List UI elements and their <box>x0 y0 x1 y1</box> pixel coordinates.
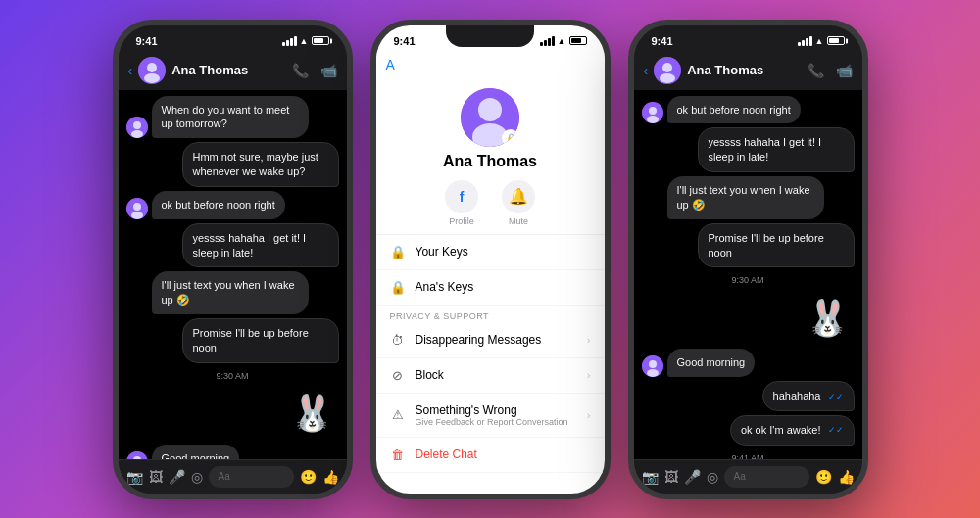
avatar-tiny <box>642 102 663 123</box>
anas-keys-label: Ana's Keys <box>416 280 591 294</box>
profile-content: 🔒 Ana Thomas f Profile 🔔 Mute <box>376 78 605 235</box>
svg-point-22 <box>649 360 657 368</box>
msg-row: When do you want to meet up tomorrow? <box>126 96 339 139</box>
activity-icon-right[interactable]: ◎ <box>707 469 718 485</box>
profile-view: A 🔒 Ana Thomas f Profile 🔔 Mu <box>376 53 605 494</box>
sticker-row: 🐰 <box>126 387 339 441</box>
video-icon-left[interactable]: 📹 <box>320 63 337 78</box>
chevron-icon-3: › <box>587 409 591 421</box>
back-button-right[interactable]: ‹ <box>644 63 649 78</box>
message-input-right[interactable]: Aa <box>724 466 809 488</box>
msg-row: I'll just text you when I wake up 🤣 <box>126 271 339 314</box>
sticker-row-right: 🐰 <box>642 291 855 345</box>
camera-icon-right[interactable]: 📷 <box>642 469 659 485</box>
avatar-lg: 🔒 <box>461 88 519 147</box>
msg-row: hahahaha ✓✓ <box>642 381 855 411</box>
msg-row: Good morning <box>642 349 855 377</box>
back-button-left[interactable]: ‹ <box>128 63 133 78</box>
privacy-section-label: PRIVACY & SUPPORT <box>376 306 605 323</box>
bubble: yessss hahaha I get it! I sleep in late! <box>698 127 855 172</box>
your-keys-item[interactable]: 🔒 Your Keys <box>376 235 605 270</box>
notch-right <box>704 25 792 47</box>
somethings-wrong-item[interactable]: ⚠ Something's Wrong Give Feedback or Rep… <box>376 394 605 438</box>
avatar-right <box>654 57 681 84</box>
disappearing-content: Disappearing Messages <box>416 333 577 347</box>
chat-area-left: When do you want to meet up tomorrow? Hm… <box>119 90 347 459</box>
thumb-icon[interactable]: 👍 <box>322 469 339 485</box>
block-icon: ⊘ <box>390 368 406 383</box>
bubble: ok ok I'm awake! ✓✓ <box>730 415 855 446</box>
mic-icon[interactable]: 🎤 <box>169 469 185 485</box>
mute-label: Mute <box>509 216 528 226</box>
menu-list: 🔒 Your Keys 🔒 Ana's Keys PRIVACY & SUPPO… <box>376 235 605 494</box>
svg-point-2 <box>144 73 160 83</box>
camera-icon[interactable]: 📷 <box>126 469 143 485</box>
image-icon-right[interactable]: 🖼 <box>664 469 678 485</box>
lock-icon-2: 🔒 <box>390 280 406 295</box>
msg-row: yessss hahaha I get it! I sleep in late! <box>642 127 855 172</box>
wifi-icon-middle: ▲ <box>558 36 566 46</box>
bubble: Promise I'll be up before noon <box>182 318 339 363</box>
wrong-sublabel: Give Feedback or Report Conversation <box>416 417 577 427</box>
disappearing-label: Disappearing Messages <box>416 333 577 347</box>
notch-middle <box>446 25 534 47</box>
message-input-left[interactable]: Aa <box>209 466 294 488</box>
svg-point-20 <box>647 116 659 123</box>
svg-point-8 <box>131 212 143 219</box>
facebook-icon: f <box>445 180 478 213</box>
block-item[interactable]: ⊘ Block › <box>376 358 605 394</box>
bubble-ok-before-noon: ok but before noon right <box>667 96 801 124</box>
header-icons-right: 📞 📹 <box>808 63 853 78</box>
activity-icon[interactable]: ◎ <box>191 469 203 485</box>
anas-keys-item[interactable]: 🔒 Ana's Keys <box>376 270 605 306</box>
bubble: I'll just text you when I wake up 🤣 <box>152 271 309 314</box>
chat-header-right: ‹ Ana Thomas 📞 📹 <box>634 53 862 90</box>
msg-row: Promise I'll be up before noon <box>642 223 855 268</box>
svg-point-7 <box>133 203 141 211</box>
back-button-middle[interactable]: A <box>386 57 395 72</box>
svg-point-23 <box>647 369 659 377</box>
bubble-ok-before-noon-left: ok but before noon right <box>152 191 285 219</box>
timestamp-930: 9:30 AM <box>642 275 855 285</box>
bottom-bar-left: 📷 🖼 🎤 ◎ Aa 🙂 👍 <box>119 459 347 494</box>
delete-chat-item[interactable]: 🗑 Delete Chat <box>376 438 605 473</box>
right-phone: 9:41 ▲ ‹ Ana Thomas 📞 📹 <box>628 20 868 499</box>
profile-header: A <box>376 53 605 78</box>
chevron-icon-2: › <box>587 369 591 381</box>
check-marks: ✓✓ <box>828 391 844 402</box>
mute-action[interactable]: 🔔 Mute <box>502 180 535 226</box>
sticker-right: 🐰 <box>801 291 855 345</box>
image-icon[interactable]: 🖼 <box>149 469 163 485</box>
avatar-tiny <box>126 198 148 219</box>
wrong-label: Something's Wrong <box>416 403 577 417</box>
mic-icon-right[interactable]: 🎤 <box>684 469 701 485</box>
battery-left <box>312 36 329 45</box>
chevron-icon: › <box>587 334 591 346</box>
time-middle: 9:41 <box>394 35 416 47</box>
phone-icon-left[interactable]: 📞 <box>292 63 309 78</box>
trash-icon: 🗑 <box>390 447 406 462</box>
emoji-icon[interactable]: 🙂 <box>300 469 317 485</box>
sticker: 🐰 <box>285 387 339 441</box>
bubble: Hmm not sure, maybe just whenever we wak… <box>182 142 339 187</box>
time-right: 9:41 <box>652 35 673 47</box>
disappearing-messages-item[interactable]: ⏱ Disappearing Messages › <box>376 323 605 358</box>
profile-action[interactable]: f Profile <box>445 180 478 226</box>
lock-icon: 🔒 <box>390 245 406 259</box>
timestamp: 9:30 AM <box>126 371 339 381</box>
thumb-icon-right[interactable]: 👍 <box>838 469 855 485</box>
wifi-icon-left: ▲ <box>300 36 309 46</box>
time-left: 9:41 <box>136 35 158 47</box>
video-icon-right[interactable]: 📹 <box>836 63 853 78</box>
msg-row: Hmm not sure, maybe just whenever we wak… <box>126 142 339 187</box>
bubble: When do you want to meet up tomorrow? <box>152 96 309 139</box>
emoji-icon-right[interactable]: 🙂 <box>815 469 832 485</box>
bubble: yessss hahaha I get it! I sleep in late! <box>182 223 339 268</box>
phone-icon-right[interactable]: 📞 <box>808 63 824 78</box>
status-icons-right: ▲ <box>798 36 845 46</box>
signal-left <box>282 36 297 46</box>
bubble: I'll just text you when I wake up 🤣 <box>667 176 824 219</box>
svg-point-1 <box>147 63 157 72</box>
profile-actions: f Profile 🔔 Mute <box>445 180 535 226</box>
battery-middle <box>569 36 587 45</box>
